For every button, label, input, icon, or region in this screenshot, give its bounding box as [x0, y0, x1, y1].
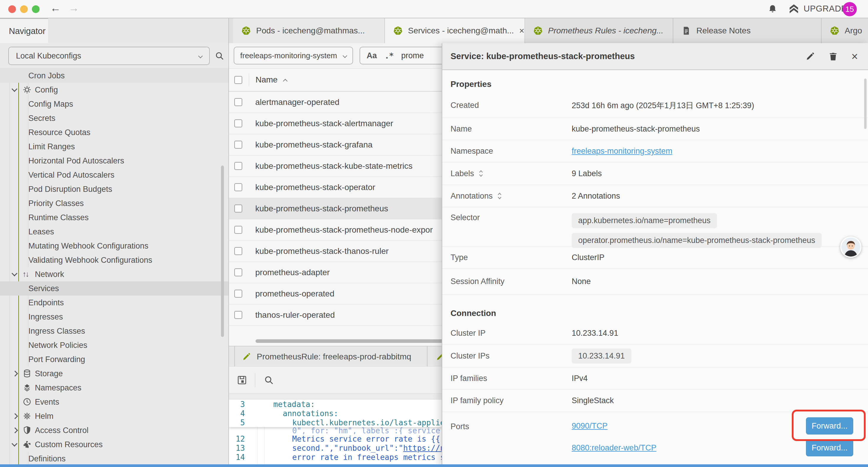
- sidebar-item-network-policies[interactable]: Network Policies: [0, 338, 229, 352]
- close-window-button[interactable]: [8, 5, 16, 13]
- sidebar-item-network[interactable]: ↑↓Network: [0, 267, 229, 282]
- table-row[interactable]: kube-prometheus-stack-prometheus-node-ex…: [229, 219, 442, 241]
- name-column-header[interactable]: Name: [255, 75, 278, 85]
- row-checkbox[interactable]: [234, 183, 242, 191]
- match-case-toggle[interactable]: Aa: [367, 51, 377, 60]
- sidebar-item-priority-classes[interactable]: Priority Classes: [0, 196, 229, 210]
- app-tab[interactable]: Services - icecheng@math...×: [385, 18, 525, 43]
- sidebar-item-ingress-classes[interactable]: Ingress Classes: [0, 324, 229, 338]
- port-link[interactable]: 9090/TCP: [572, 421, 608, 431]
- selector-chip[interactable]: app.kubernetes.io/name=prometheus: [572, 213, 717, 228]
- drawer-scrollbar[interactable]: [864, 79, 867, 129]
- delete-trash-icon[interactable]: [829, 52, 838, 61]
- sidebar-item-resource-quotas[interactable]: Resource Quotas: [0, 125, 229, 140]
- namespace-link[interactable]: freeleaps-monitoring-system: [572, 147, 673, 156]
- sidebar-item-pod-disruption-budgets[interactable]: Pod Disruption Budgets: [0, 182, 229, 196]
- close-icon[interactable]: ×: [851, 51, 858, 62]
- sidebar-item-events[interactable]: Events: [0, 395, 229, 409]
- row-checkbox[interactable]: [234, 247, 242, 255]
- sidebar-item-helm[interactable]: Helm: [0, 409, 229, 423]
- forward-arrow-icon[interactable]: →: [68, 2, 79, 14]
- row-checkbox[interactable]: [234, 311, 242, 319]
- horizontal-scrollbar[interactable]: [255, 339, 442, 343]
- sidebar-item-mutating-webhook-configurations[interactable]: Mutating Webhook Configurations: [0, 239, 229, 253]
- table-row[interactable]: prometheus-adapter: [229, 262, 442, 283]
- cluster-ips-chip[interactable]: 10.233.14.91: [572, 348, 631, 363]
- table-row[interactable]: kube-prometheus-stack-thanos-ruler: [229, 241, 442, 262]
- search-icon[interactable]: [215, 51, 224, 61]
- assistant-avatar[interactable]: [840, 236, 862, 258]
- app-tab[interactable]: Argo Se: [822, 18, 865, 43]
- sidebar-item-port-forwarding[interactable]: Port Forwarding: [0, 352, 229, 367]
- sidebar-item-access-control[interactable]: Access Control: [0, 423, 229, 437]
- save-icon[interactable]: [237, 375, 247, 385]
- chevron-right-icon[interactable]: [12, 413, 18, 419]
- bell-icon[interactable]: [768, 4, 778, 14]
- row-checkbox[interactable]: [234, 141, 242, 149]
- sidebar-item-vertical-pod-autoscalers[interactable]: Vertical Pod Autoscalers: [0, 168, 229, 182]
- editor-tab-partial[interactable]: [436, 346, 442, 367]
- sidebar-scrollbar[interactable]: [221, 166, 224, 337]
- close-tab-icon[interactable]: ×: [519, 26, 524, 36]
- edit-pencil-icon[interactable]: [805, 52, 815, 61]
- sidebar-item-leases[interactable]: Leases: [0, 225, 229, 239]
- chevron-down-icon[interactable]: [11, 441, 18, 447]
- chevron-right-icon[interactable]: [12, 428, 18, 433]
- regex-toggle[interactable]: .*: [385, 51, 394, 60]
- back-arrow-icon[interactable]: ←: [50, 2, 61, 14]
- sidebar-item-services[interactable]: Services: [0, 282, 229, 296]
- table-row[interactable]: kube-prometheus-stack-alertmanager: [229, 113, 442, 134]
- forward-button[interactable]: Forward...: [806, 439, 853, 456]
- navigator-panel-tab[interactable]: Navigator: [0, 18, 48, 43]
- sidebar-item-storage[interactable]: Storage: [0, 367, 229, 381]
- app-tab[interactable]: Prometheus Rules - icecheng...: [525, 18, 673, 43]
- selector-chip[interactable]: operator.prometheus.io/name=kube-prometh…: [572, 233, 822, 248]
- expand-collapse-icon[interactable]: [497, 192, 502, 200]
- sort-ascending-icon[interactable]: [283, 79, 287, 83]
- forward-button[interactable]: Forward...: [806, 417, 853, 435]
- sidebar-item-validating-webhook-configurations[interactable]: Validating Webhook Configurations: [0, 253, 229, 267]
- notification-badge[interactable]: 15: [843, 2, 857, 16]
- chevron-right-icon[interactable]: [12, 371, 18, 377]
- app-tab[interactable]: Pods - icecheng@mathmas...: [233, 18, 385, 43]
- table-row[interactable]: kube-prometheus-stack-operator: [229, 177, 442, 198]
- chevron-down-icon[interactable]: [11, 270, 18, 276]
- sidebar-item-secrets[interactable]: Secrets: [0, 111, 229, 125]
- table-row[interactable]: prometheus-operated: [229, 283, 442, 304]
- row-checkbox[interactable]: [234, 226, 242, 234]
- app-tab[interactable]: Release Notes: [673, 18, 822, 43]
- minimize-window-button[interactable]: [20, 5, 28, 13]
- chevron-down-icon[interactable]: [11, 86, 18, 92]
- sidebar-item-runtime-classes[interactable]: Runtime Classes: [0, 210, 229, 225]
- sidebar-item-namespaces[interactable]: Namespaces: [0, 381, 229, 395]
- sidebar-item-limit-ranges[interactable]: Limit Ranges: [0, 140, 229, 154]
- kubeconfig-select[interactable]: Local Kubeconfigs: [8, 47, 210, 65]
- search-icon[interactable]: [264, 375, 274, 385]
- table-row[interactable]: thanos-ruler-operated: [229, 304, 442, 326]
- sidebar-item-config[interactable]: Config: [0, 83, 229, 97]
- upgrade-button[interactable]: UPGRADE: [788, 3, 847, 14]
- maximize-window-button[interactable]: [32, 5, 39, 13]
- sidebar-item-definitions[interactable]: Definitions: [0, 451, 229, 466]
- table-row[interactable]: kube-prometheus-stack-kube-state-metrics: [229, 155, 442, 177]
- sidebar-item-custom-resources[interactable]: Custom Resources: [0, 437, 229, 451]
- row-checkbox[interactable]: [234, 98, 242, 106]
- code-link[interactable]: https://net: [403, 444, 442, 453]
- yaml-editor[interactable]: 3metadata:4annotations:5kubectl.kubernet…: [229, 400, 442, 467]
- sidebar-item-ingresses[interactable]: Ingresses: [0, 310, 229, 324]
- row-checkbox[interactable]: [234, 162, 242, 170]
- sidebar-item-horizontal-pod-autoscalers[interactable]: Horizontal Pod Autoscalers: [0, 154, 229, 168]
- sidebar-item-cron-jobs[interactable]: Cron Jobs: [0, 68, 229, 83]
- row-checkbox[interactable]: [234, 205, 242, 212]
- row-checkbox[interactable]: [234, 119, 242, 127]
- namespace-select[interactable]: freeleaps-monitoring-system: [234, 47, 353, 64]
- expand-collapse-icon[interactable]: [478, 169, 484, 178]
- row-checkbox[interactable]: [234, 268, 242, 276]
- table-row[interactable]: kube-prometheus-stack-prometheus: [229, 198, 442, 219]
- editor-tab[interactable]: PrometheusRule: freeleaps-prod-rabbitmq: [234, 346, 428, 367]
- search-input[interactable]: Aa .* prome: [360, 47, 442, 64]
- sidebar-item-endpoints[interactable]: Endpoints: [0, 296, 229, 310]
- select-all-checkbox[interactable]: [234, 76, 242, 84]
- row-checkbox[interactable]: [234, 290, 242, 298]
- sidebar-item-config-maps[interactable]: Config Maps: [0, 97, 229, 111]
